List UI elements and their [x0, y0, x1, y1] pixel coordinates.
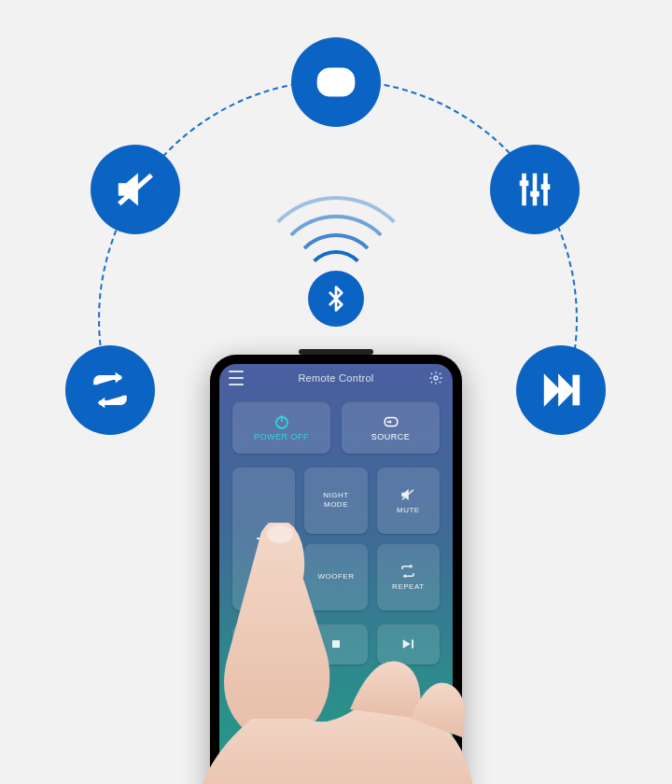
svg-rect-18 [412, 639, 413, 648]
source-button[interactable]: SOURCE [342, 401, 440, 454]
svg-rect-7 [541, 184, 551, 189]
stop-button[interactable] [304, 623, 367, 665]
plus-icon: + [256, 525, 273, 553]
svg-point-10 [434, 376, 438, 380]
skip-next-icon [516, 345, 606, 435]
gear-icon[interactable] [428, 371, 443, 385]
phone-frame: Remote Control POWER OFF SOURCE + NI [210, 355, 462, 784]
bluetooth-icon [308, 271, 364, 327]
power-off-button[interactable]: POWER OFF [232, 401, 330, 454]
repeat-label: REPEAT [392, 582, 424, 592]
source-label: SOURCE [371, 432, 411, 441]
repeat-button[interactable]: REPEAT [377, 543, 440, 610]
woofer-button[interactable]: WOOFER [304, 543, 367, 610]
mute-button[interactable]: MUTE [377, 467, 440, 534]
svg-rect-16 [259, 639, 260, 648]
power-label: POWER OFF [254, 432, 309, 441]
equalizer-icon [490, 145, 580, 234]
night-label: NIGHT MODE [323, 491, 348, 509]
next-button[interactable] [377, 623, 440, 665]
mute-label: MUTE [397, 506, 420, 515]
svg-rect-8 [573, 376, 579, 405]
svg-rect-5 [520, 180, 529, 186]
prev-button[interactable] [232, 623, 295, 665]
mute-icon [91, 145, 180, 234]
svg-rect-6 [530, 191, 539, 197]
app-screen: Remote Control POWER OFF SOURCE + NI [219, 364, 453, 784]
woofer-label: WOOFER [317, 572, 354, 581]
app-title: Remote Control [298, 372, 373, 384]
menu-icon[interactable] [229, 371, 244, 385]
night-mode-button[interactable]: NIGHT MODE [304, 467, 367, 534]
volume-up-button[interactable]: + [232, 467, 295, 610]
svg-rect-17 [332, 640, 340, 648]
repeat-icon [65, 345, 155, 435]
bluetooth-broadcast [243, 168, 429, 355]
source-icon [291, 37, 381, 127]
